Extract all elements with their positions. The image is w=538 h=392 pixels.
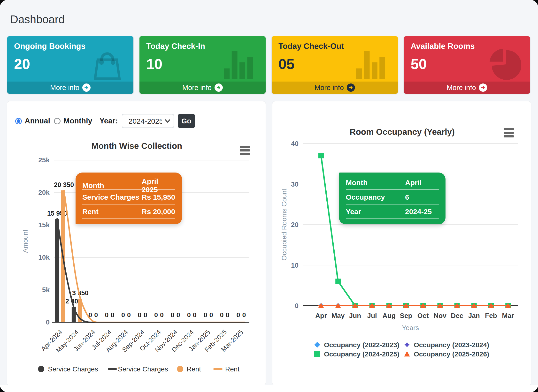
chart-menu-icon[interactable]	[504, 128, 514, 137]
svg-text:0: 0	[46, 318, 50, 326]
svg-text:3 650: 3 650	[72, 289, 89, 297]
svg-text:10: 10	[291, 262, 299, 269]
svg-text:Oct: Oct	[417, 312, 429, 319]
more-info-link[interactable]: More info	[7, 82, 133, 94]
bar[interactable]	[55, 219, 59, 322]
card-title: Available Rooms	[411, 42, 475, 51]
svg-text:Aug: Aug	[383, 312, 396, 319]
svg-text:0: 0	[295, 302, 299, 309]
square-marker-icon[interactable]	[335, 279, 341, 284]
svg-text:Feb: Feb	[485, 312, 497, 319]
svg-text:0: 0	[144, 311, 147, 319]
arrow-circle-right-icon	[82, 83, 91, 92]
occupancy-chart-tooltip: MonthAprilOccupancy6Year2024-25	[339, 173, 446, 224]
svg-text:0: 0	[204, 311, 207, 319]
pie-chart-icon	[487, 47, 521, 82]
diamond-marker-icon[interactable]	[314, 342, 320, 348]
svg-text:May: May	[331, 312, 345, 319]
arrow-circle-right-icon	[347, 83, 355, 92]
svg-text:Service Charges: Service Charges	[118, 365, 168, 373]
collection-panel: Annual Monthly Year: 2024-2025 Go Month …	[7, 101, 266, 385]
line-series[interactable]	[57, 219, 238, 322]
legend-item[interactable]: Service Charges	[108, 365, 168, 373]
svg-text:10k: 10k	[38, 254, 50, 261]
svg-text:25k: 25k	[38, 156, 50, 164]
more-info-label: More info	[315, 84, 344, 92]
page-title: Dashboard	[10, 13, 65, 26]
legend-item[interactable]: Occupancy (2025-2026)	[404, 350, 489, 358]
svg-text:Rent: Rent	[225, 365, 239, 373]
legend-item[interactable]: Rent	[214, 365, 239, 373]
more-info-link[interactable]: More info	[272, 82, 398, 94]
svg-text:Apr: Apr	[315, 312, 327, 319]
chart-menu-icon[interactable]	[240, 146, 250, 155]
card-available-rooms: Available Rooms 50 More info	[404, 36, 530, 94]
svg-text:Jan: Jan	[468, 312, 480, 319]
bar-chart-icon	[223, 47, 256, 82]
chart-title: Room Occupancy (Yearly)	[350, 127, 455, 136]
bar-chart-icon	[355, 47, 389, 82]
legend-item[interactable]: Occupancy (2022-2023)	[314, 341, 399, 349]
svg-text:Mar: Mar	[502, 312, 514, 319]
card-title: Today Check-Out	[278, 42, 344, 51]
square-marker-icon[interactable]	[314, 351, 320, 357]
legend-item[interactable]: Occupancy (2024-2025)	[314, 350, 399, 358]
svg-text:Jul: Jul	[367, 312, 377, 319]
arrow-circle-right-icon	[479, 83, 487, 92]
svg-text:0: 0	[127, 311, 131, 319]
svg-text:0: 0	[237, 311, 240, 319]
more-info-link[interactable]: More info	[404, 82, 530, 94]
legend-item[interactable]: Service Charges	[38, 365, 98, 373]
svg-text:Occupancy (2022-2023): Occupancy (2022-2023)	[324, 341, 399, 349]
svg-text:0: 0	[105, 311, 108, 319]
svg-text:Occupancy (2023-2024): Occupancy (2023-2024)	[414, 341, 489, 349]
shopping-bag-icon	[90, 47, 124, 82]
tooltip-row: RentRs 20,000	[82, 206, 175, 217]
tooltip-row: Year2024-25	[346, 206, 439, 217]
tooltip-row: Service ChargesRs 15,950	[82, 192, 175, 203]
svg-text:0: 0	[121, 311, 125, 319]
card-value: 20	[14, 56, 30, 72]
svg-text:Occupancy (2024-2025): Occupancy (2024-2025)	[324, 350, 399, 358]
bottom-strip	[0, 385, 538, 392]
card-today-checkout: Today Check-Out 05 More info	[272, 36, 398, 94]
triangle-marker-icon[interactable]	[404, 351, 410, 356]
dashboard-page: Dashboard Ongoing Bookings 20 More info …	[0, 0, 538, 392]
legend-item[interactable]: Rent	[177, 365, 201, 373]
legend-item[interactable]: Occupancy (2023-2024)	[404, 341, 489, 349]
svg-text:5k: 5k	[42, 286, 50, 294]
card-today-checkin: Today Check-In 10 More info	[139, 36, 266, 94]
svg-text:0: 0	[193, 311, 197, 319]
svg-text:20: 20	[291, 221, 299, 228]
svg-text:20k: 20k	[38, 189, 50, 196]
occupancy-panel: Room Occupancy (Yearly)403020100Occupied…	[272, 101, 531, 385]
svg-text:0: 0	[154, 311, 158, 319]
tooltip-row: MonthApril	[346, 177, 439, 188]
tooltip-row: MonthApril 2025	[82, 177, 175, 188]
collection-chart-tooltip: MonthApril 2025Service ChargesRs 15,950R…	[76, 173, 182, 224]
svg-text:40: 40	[291, 140, 299, 147]
svg-text:0: 0	[209, 311, 213, 319]
star-marker-icon[interactable]	[404, 342, 410, 348]
card-value: 05	[278, 56, 295, 72]
chart-title: Month Wise Collection	[92, 141, 182, 151]
card-value: 10	[146, 56, 162, 72]
square-marker-icon[interactable]	[318, 153, 324, 158]
svg-text:15k: 15k	[38, 221, 50, 229]
more-info-link[interactable]: More info	[139, 82, 266, 94]
svg-text:Occupancy (2025-2026): Occupancy (2025-2026)	[414, 350, 489, 358]
svg-text:Service Charges: Service Charges	[48, 365, 98, 373]
more-info-label: More info	[182, 84, 212, 92]
svg-text:Jun: Jun	[349, 312, 361, 319]
card-ongoing-bookings: Ongoing Bookings 20 More info	[7, 36, 133, 94]
svg-text:0: 0	[220, 311, 224, 319]
tooltip-row: Occupancy6	[346, 192, 439, 203]
occupancy-chart-canvas: Room Occupancy (Yearly)403020100Occupied…	[272, 101, 531, 385]
y-axis-label: Amount	[22, 230, 29, 253]
x-axis-label: Years	[402, 324, 419, 332]
y-axis-label: Occupied Rooms Count	[280, 188, 288, 260]
svg-text:Rent: Rent	[187, 365, 201, 373]
collection-chart-canvas: Month Wise Collection25k20k15k10k5k0Amou…	[7, 101, 266, 385]
card-title: Ongoing Bookings	[14, 42, 85, 51]
svg-text:0: 0	[226, 311, 230, 319]
